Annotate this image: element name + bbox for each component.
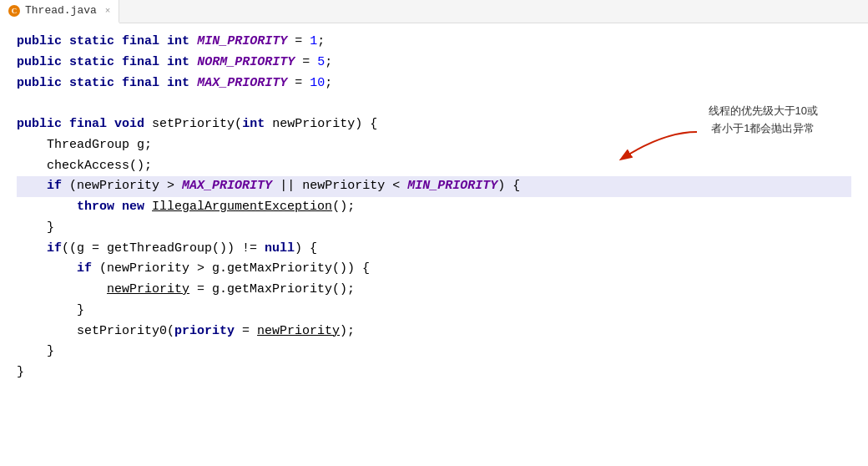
code-line-17: } xyxy=(17,362,851,383)
code-line-1: public static final int MIN_PRIORITY = 1… xyxy=(17,32,851,53)
code-line-11: if((g = getThreadGroup()) != null) { xyxy=(17,239,851,260)
tab-thread-java[interactable]: C Thread.java × xyxy=(0,0,119,23)
code-line-6: ThreadGroup g; xyxy=(17,135,851,156)
code-line-15: setPriority0(priority = newPriority); xyxy=(17,322,851,342)
tab-close-button[interactable]: × xyxy=(105,6,111,16)
code-line-3: public static final int MAX_PRIORITY = 1… xyxy=(17,73,851,94)
code-line-13: newPriority = g.getMaxPriority(); xyxy=(17,280,851,301)
code-line-9: throw new IllegalArgumentException(); xyxy=(17,197,851,218)
code-line-14: } xyxy=(17,301,851,322)
annotation-arrow xyxy=(597,124,705,170)
annotation-line1: 线程的优先级大于10或 xyxy=(709,104,818,117)
code-line-8: if (newPriority > MAX_PRIORITY || newPri… xyxy=(17,176,851,197)
code-line-16: } xyxy=(17,342,851,362)
annotation-line2: 者小于1都会抛出异常 xyxy=(711,122,815,134)
code-line-2: public static final int NORM_PRIORITY = … xyxy=(17,53,851,73)
tab-filename: Thread.java xyxy=(25,4,97,17)
tab-bar: C Thread.java × xyxy=(0,0,868,23)
file-type-icon: C xyxy=(8,5,20,17)
code-line-12: if (newPriority > g.getMaxPriority()) { xyxy=(17,259,851,280)
code-area: public static final int MIN_PRIORITY = 1… xyxy=(0,23,868,466)
annotation-box: 线程的优先级大于10或 者小于1都会抛出异常 xyxy=(709,103,818,138)
code-line-10: } xyxy=(17,218,851,239)
code-line-7: checkAccess(); xyxy=(17,156,851,177)
